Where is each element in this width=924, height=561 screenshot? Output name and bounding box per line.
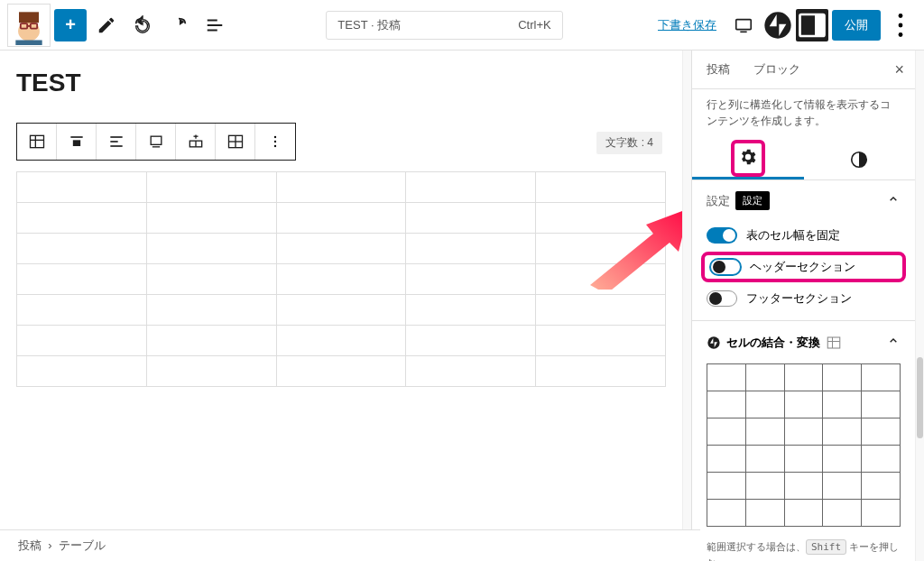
svg-rect-11: [815, 14, 825, 36]
breadcrumb-separator: ›: [48, 538, 51, 552]
settings-tooltip: 設定: [735, 191, 770, 210]
caption-icon[interactable]: [136, 124, 176, 160]
svg-point-33: [274, 141, 276, 143]
svg-rect-7: [736, 19, 752, 29]
word-count-badge: 文字数 : 4: [596, 132, 662, 154]
align-left-icon[interactable]: [97, 124, 136, 160]
svg-point-34: [274, 145, 276, 147]
svg-rect-19: [72, 140, 79, 146]
svg-point-9: [764, 12, 790, 38]
align-icon[interactable]: [57, 124, 97, 160]
svg-rect-38: [827, 337, 840, 348]
toggle-switch-off[interactable]: [710, 259, 741, 275]
hint-text: 範囲選択する場合は、Shift キーを押しな: [692, 536, 915, 561]
sidebar-scrollbar[interactable]: [915, 51, 924, 561]
toggle-header-section[interactable]: ヘッダーセクション: [710, 259, 897, 275]
edit-icon[interactable]: [90, 9, 123, 41]
keyboard-shortcut: Ctrl+K: [518, 18, 550, 32]
svg-point-13: [899, 23, 903, 27]
chevron-up-icon: [886, 192, 901, 209]
inspector-sub-tabs: [692, 140, 915, 180]
breadcrumb-root[interactable]: 投稿: [18, 538, 42, 552]
chevron-up-icon: [886, 334, 901, 351]
toggle-switch-on[interactable]: [707, 227, 737, 244]
publish-button[interactable]: 公開: [832, 10, 881, 41]
toggle-fixed-width[interactable]: 表のセル幅を固定: [692, 221, 915, 250]
svg-point-12: [899, 14, 903, 18]
toggle-label: 表のセル幅を固定: [746, 227, 840, 244]
svg-point-32: [274, 136, 276, 138]
top-toolbar: + TEST · 投稿 Ctrl+K 下書き保存 公開: [0, 0, 924, 51]
sidebar-tabs: 投稿 ブロック ×: [692, 51, 915, 89]
styles-tab[interactable]: [804, 140, 916, 179]
document-title: TEST · 投稿: [337, 17, 401, 33]
gear-icon: [738, 147, 758, 167]
toggle-label: ヘッダーセクション: [750, 259, 855, 275]
sidebar-toggle-button[interactable]: [796, 9, 828, 41]
undo-icon[interactable]: [126, 9, 159, 41]
redo-icon[interactable]: [162, 9, 195, 41]
tab-block[interactable]: ブロック: [750, 51, 804, 88]
block-description: 行と列に構造化して情報を表示するコンテンツを作成します。: [692, 89, 915, 140]
header-section-highlight: ヘッダーセクション: [701, 252, 906, 282]
add-block-button[interactable]: +: [54, 9, 87, 41]
block-type-icon[interactable]: [17, 124, 57, 160]
page-title[interactable]: TEST: [16, 69, 666, 97]
toggle-label: フッターセクション: [746, 290, 852, 307]
svg-rect-15: [30, 135, 43, 147]
panel-label: 設定: [707, 193, 730, 209]
grid-preview[interactable]: [707, 363, 901, 527]
breadcrumb: 投稿 › テーブル: [0, 529, 700, 561]
document-title-box[interactable]: TEST · 投稿 Ctrl+K: [326, 11, 562, 40]
contrast-icon: [849, 150, 869, 170]
tab-post[interactable]: 投稿: [703, 51, 734, 88]
sidebar-wrap: 投稿 ブロック × 行と列に構造化して情報を表示するコンテンツを作成します。 設…: [682, 51, 924, 561]
table-edit-icon[interactable]: [216, 124, 255, 160]
merge-title: セルの結合・変換: [726, 335, 820, 351]
editor-scrollbar[interactable]: [682, 51, 691, 561]
content-table[interactable]: [16, 171, 666, 387]
block-toolbar: [16, 123, 296, 161]
main-area: TEST 文字数 : 4 投稿 ブロ: [0, 51, 924, 561]
block-more-icon[interactable]: [255, 124, 295, 160]
preview-icon[interactable]: [727, 9, 760, 41]
svg-rect-2: [19, 12, 39, 23]
more-options-icon[interactable]: [884, 9, 917, 41]
toggle-switch-off[interactable]: [707, 290, 737, 307]
editor-canvas: TEST 文字数 : 4: [0, 51, 682, 561]
close-sidebar-icon[interactable]: ×: [894, 60, 904, 79]
outline-icon[interactable]: [199, 9, 231, 41]
merge-panel-header[interactable]: セルの結合・変換: [692, 320, 915, 360]
jetpack-icon[interactable]: [763, 11, 792, 40]
toggle-footer-section[interactable]: フッターセクション: [692, 284, 915, 313]
svg-rect-23: [151, 136, 162, 144]
insert-row-icon[interactable]: [176, 124, 216, 160]
settings-sidebar: 投稿 ブロック × 行と列に構造化して情報を表示するコンテンツを作成します。 設…: [691, 51, 915, 561]
svg-point-37: [707, 336, 719, 348]
title-bar: TEST · 投稿 Ctrl+K: [235, 11, 654, 40]
svg-point-14: [899, 32, 903, 37]
avatar[interactable]: [7, 4, 51, 47]
settings-tab[interactable]: [692, 140, 804, 179]
gear-highlight: [731, 140, 765, 177]
jetpack-small-icon: [707, 336, 721, 350]
breadcrumb-current[interactable]: テーブル: [59, 538, 106, 552]
svg-rect-6: [15, 40, 42, 45]
save-draft-link[interactable]: 下書き保存: [658, 17, 716, 33]
table-small-icon: [826, 335, 842, 351]
kbd-key: Shift: [806, 539, 846, 555]
settings-panel-header[interactable]: 設定 設定: [692, 180, 915, 221]
